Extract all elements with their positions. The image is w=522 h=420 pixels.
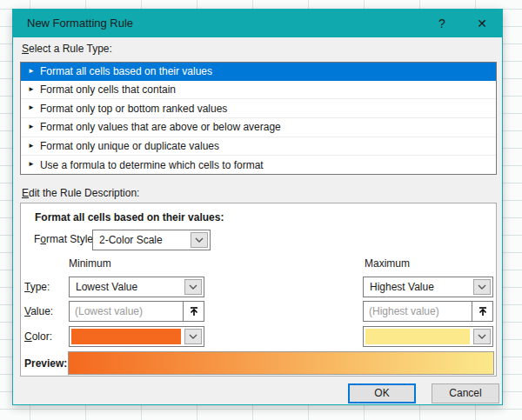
rule-type-item[interactable]: ► Format all cells based on their values bbox=[21, 63, 496, 81]
ok-button[interactable]: OK bbox=[348, 383, 416, 403]
help-button[interactable]: ? bbox=[422, 10, 462, 37]
type-label: Type: bbox=[24, 281, 50, 293]
close-icon[interactable]: ✕ bbox=[462, 10, 502, 37]
rule-type-item-label: Format only unique or duplicate values bbox=[40, 140, 219, 152]
rule-type-item-label: Format only values that are above or bel… bbox=[40, 121, 281, 133]
dialog-title: New Formatting Rule bbox=[13, 10, 422, 37]
chevron-down-icon[interactable] bbox=[473, 279, 491, 295]
color-label: Color: bbox=[24, 330, 52, 343]
collapse-dialog-icon[interactable] bbox=[472, 302, 492, 321]
cancel-button[interactable]: Cancel bbox=[432, 383, 499, 403]
format-style-dropdown[interactable]: 2-Color Scale bbox=[92, 230, 211, 250]
collapse-dialog-icon[interactable] bbox=[183, 302, 204, 321]
minimum-column-header: Minimum bbox=[69, 257, 111, 270]
chevron-down-icon[interactable] bbox=[184, 329, 202, 344]
select-rule-type-label: Select a Rule Type: bbox=[22, 43, 112, 55]
rule-type-item[interactable]: ► Use a formula to determine which cells… bbox=[21, 155, 496, 174]
format-style-label: Format Style: bbox=[34, 233, 96, 245]
arrow-right-icon: ► bbox=[28, 67, 35, 75]
value-label: Value: bbox=[24, 305, 53, 317]
rule-type-item[interactable]: ► Format only cells that contain bbox=[21, 81, 496, 99]
min-color-swatch bbox=[71, 329, 181, 344]
min-value-input[interactable] bbox=[70, 302, 183, 321]
min-color-dropdown[interactable] bbox=[69, 326, 204, 347]
max-value-input[interactable] bbox=[364, 302, 472, 321]
arrow-right-icon: ► bbox=[28, 160, 35, 168]
chevron-down-icon[interactable] bbox=[191, 232, 208, 248]
rule-type-listbox: ► Format all cells based on their values… bbox=[20, 62, 497, 175]
rule-type-item[interactable]: ► Format only unique or duplicate values bbox=[21, 137, 496, 156]
new-formatting-rule-dialog: New Formatting Rule ? ✕ Select a Rule Ty… bbox=[12, 9, 503, 405]
max-value-field bbox=[363, 301, 493, 322]
preview-label: Preview: bbox=[24, 357, 67, 370]
rule-type-item-label: Format only top or bottom ranked values bbox=[40, 103, 227, 115]
rule-type-item[interactable]: ► Format only values that are above or b… bbox=[21, 117, 496, 137]
arrow-right-icon: ► bbox=[28, 103, 35, 111]
rule-description-group: Format all cells based on their values: … bbox=[20, 203, 497, 377]
edit-rule-description-label: Edit the Rule Description: bbox=[22, 187, 139, 199]
chevron-down-icon[interactable] bbox=[473, 329, 491, 344]
arrow-right-icon: ► bbox=[28, 142, 35, 150]
titlebar: New Formatting Rule ? ✕ bbox=[13, 10, 502, 37]
max-color-swatch bbox=[365, 329, 470, 344]
rule-type-item[interactable]: ► Format only top or bottom ranked value… bbox=[21, 98, 496, 117]
chevron-down-icon[interactable] bbox=[184, 279, 202, 295]
rule-type-item-label: Format all cells based on their values bbox=[40, 65, 212, 77]
group-header: Format all cells based on their values: bbox=[35, 211, 224, 223]
max-color-dropdown[interactable] bbox=[363, 326, 493, 347]
min-value-field bbox=[69, 301, 204, 322]
gradient-preview bbox=[68, 351, 494, 375]
rule-type-item-label: Use a formula to determine which cells t… bbox=[40, 159, 264, 171]
min-type-value: Lowest Value bbox=[70, 281, 204, 293]
maximum-column-header: Maximum bbox=[365, 257, 410, 270]
rule-type-item-label: Format only cells that contain bbox=[40, 83, 176, 96]
max-type-dropdown[interactable]: Highest Value bbox=[363, 277, 493, 297]
arrow-right-icon: ► bbox=[28, 85, 35, 93]
arrow-right-icon: ► bbox=[28, 123, 35, 130]
min-type-dropdown[interactable]: Lowest Value bbox=[69, 277, 204, 297]
